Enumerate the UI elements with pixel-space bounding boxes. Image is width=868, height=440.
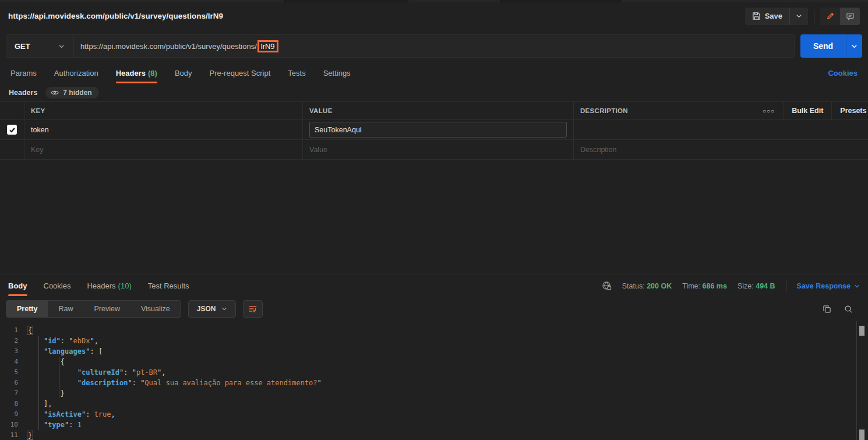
meta-divider	[786, 280, 786, 293]
format-select[interactable]: JSON	[188, 300, 237, 318]
code-line[interactable]: 6 "description": "Qual sua avaliação par…	[0, 378, 868, 388]
indent-guide	[38, 336, 39, 430]
time-badge: Time: 686 ms	[682, 282, 727, 290]
method-label: GET	[15, 42, 30, 51]
view-pretty-button[interactable]: Pretty	[6, 301, 48, 317]
eye-icon	[51, 89, 59, 96]
presets-dropdown[interactable]: Presets	[832, 102, 868, 119]
table-row: token SeuTokenAqui	[0, 120, 868, 140]
view-visualize-button[interactable]: Visualize	[130, 301, 181, 317]
code-lines: 1{2 "id": "ebDx",3 "languages": [4 {5 "c…	[0, 325, 868, 440]
time-value: 686 ms	[703, 282, 727, 290]
copy-icon	[823, 305, 831, 314]
code-line[interactable]: 1{	[0, 325, 868, 336]
save-response-button[interactable]: Save Response	[797, 282, 860, 290]
save-button[interactable]: Save	[745, 8, 789, 25]
request-title-bar: https://api.movidesk.com/public/v1/surve…	[0, 2, 868, 30]
size-badge: Size: 494 B	[738, 282, 775, 290]
code-line[interactable]: 10 "type": 1	[0, 420, 868, 430]
view-preview-button[interactable]: Preview	[83, 301, 130, 317]
floppy-disk-icon	[752, 12, 761, 20]
toolbar-divider	[814, 10, 814, 23]
search-response-button[interactable]	[844, 305, 853, 314]
code-line[interactable]: 8 ],	[0, 399, 868, 409]
ellipsis-icon: ○○○	[763, 108, 775, 114]
column-description: DESCRIPTION	[580, 107, 628, 114]
send-options-caret[interactable]	[846, 34, 862, 58]
table-placeholder-row: Key Value Description	[0, 140, 868, 159]
code-line[interactable]: 3 "languages": [	[0, 346, 868, 357]
tab-settings[interactable]: Settings	[323, 63, 351, 83]
description-placeholder-input[interactable]: Description	[580, 146, 617, 154]
header-value-input[interactable]: SeuTokenAqui	[309, 122, 567, 138]
header-key-cell[interactable]: token	[31, 126, 49, 134]
send-button[interactable]: Send	[800, 34, 846, 58]
method-select[interactable]: GET	[6, 35, 73, 57]
hidden-headers-toggle[interactable]: 7 hidden	[45, 87, 98, 98]
indent-guide	[59, 357, 59, 398]
pencil-icon	[826, 12, 835, 20]
comment-icon	[846, 12, 855, 20]
response-tab-headers[interactable]: Headers(10)	[87, 276, 131, 296]
send-button-group: Send	[800, 34, 862, 58]
scrollbar-track	[856, 321, 857, 440]
scrollbar-thumb[interactable]	[859, 326, 865, 336]
copy-response-button[interactable]	[823, 305, 831, 314]
request-url-bar: GET https://api.movidesk.com/public/v1/s…	[0, 30, 868, 62]
tab-authorization[interactable]: Authorization	[54, 63, 98, 83]
empty-area	[0, 160, 868, 274]
format-label: JSON	[197, 305, 216, 313]
tab-params[interactable]: Params	[10, 63, 37, 83]
code-line[interactable]: 2 "id": "ebDx",	[0, 336, 868, 346]
code-line[interactable]: 9 "isActive": true,	[0, 409, 868, 420]
chevron-down-icon	[58, 43, 65, 50]
workspace-tabbar-sliver	[0, 0, 868, 2]
tab-body[interactable]: Body	[175, 63, 192, 83]
chevron-down-icon	[854, 283, 860, 289]
code-line[interactable]: 7 }	[0, 388, 868, 399]
request-tabs: Params Authorization Headers(8) Body Pre…	[0, 62, 868, 84]
code-line[interactable]: 5 "cultureId": "pt-BR",	[0, 367, 868, 378]
edit-pencil-button[interactable]	[820, 8, 840, 25]
comment-button[interactable]	[840, 8, 860, 25]
response-tab-cookies[interactable]: Cookies	[44, 276, 71, 296]
network-globe-lock-icon[interactable]	[602, 281, 612, 291]
save-button-group: Save	[745, 8, 808, 25]
edit-comment-toggle	[820, 8, 860, 25]
response-body-viewer[interactable]: 1{2 "id": "ebDx",3 "languages": [4 {5 "c…	[0, 321, 868, 440]
row-checkbox[interactable]	[7, 125, 17, 135]
chevron-down-icon	[221, 306, 227, 312]
column-value: VALUE	[309, 107, 333, 114]
key-placeholder-input[interactable]: Key	[31, 146, 44, 154]
value-placeholder-input[interactable]: Value	[309, 146, 327, 154]
url-highlighted-token: lrN9	[257, 40, 278, 52]
column-key: KEY	[31, 107, 45, 114]
code-line[interactable]: 4 {	[0, 357, 868, 367]
tab-pre-request-script[interactable]: Pre-request Script	[210, 63, 271, 83]
more-options-button[interactable]: ○○○	[754, 102, 784, 119]
bulk-edit-button[interactable]: Bulk Edit	[784, 102, 832, 119]
response-tab-body[interactable]: Body	[8, 276, 27, 296]
code-line[interactable]: 11}	[0, 430, 868, 440]
request-title: https://api.movidesk.com/public/v1/surve…	[8, 12, 223, 20]
scrollbar-thumb[interactable]	[859, 430, 865, 440]
cookies-link[interactable]: Cookies	[828, 69, 858, 78]
search-icon	[844, 305, 853, 314]
headers-count: (8)	[148, 69, 157, 78]
tab-headers[interactable]: Headers(8)	[116, 63, 157, 83]
format-code-button[interactable]	[243, 300, 263, 318]
tab-tests[interactable]: Tests	[288, 63, 305, 83]
headers-section-title: Headers	[9, 89, 37, 97]
headers-subheader: Headers 7 hidden	[0, 84, 868, 101]
url-input[interactable]: https://api.movidesk.com/public/v1/surve…	[73, 35, 794, 57]
response-toolbar: Pretty Raw Preview Visualize JSON	[0, 297, 868, 321]
url-text: https://api.movidesk.com/public/v1/surve…	[80, 42, 257, 51]
response-tab-test-results[interactable]: Test Results	[148, 276, 189, 296]
text-wrap-icon	[248, 305, 257, 313]
size-value: 494 B	[756, 282, 775, 290]
table-header-row: KEY VALUE DESCRIPTION ○○○ Bulk Edit Pres…	[0, 102, 868, 120]
status-value: 200 OK	[647, 282, 672, 290]
view-raw-button[interactable]: Raw	[48, 301, 83, 317]
save-button-label: Save	[765, 12, 782, 20]
save-options-caret[interactable]	[789, 8, 808, 25]
